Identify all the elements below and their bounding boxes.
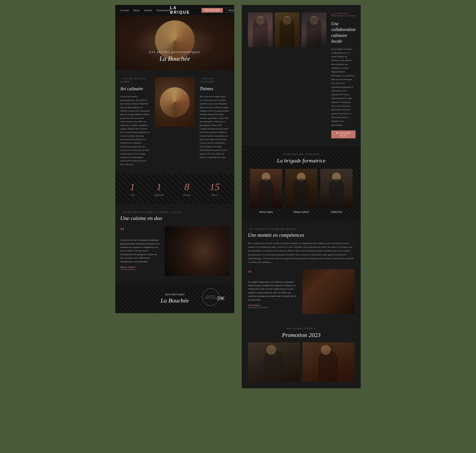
stat-chef-label: Chef — [130, 194, 135, 196]
nav-menu[interactable]: Menu — [133, 9, 140, 12]
quote-mark-icon: " — [120, 226, 160, 236]
stat-chef: 1 Chef — [130, 181, 135, 196]
nav-hotel[interactable]: Hôtel — [226, 8, 236, 13]
themes-column: · Concept culinaire · Thèmes Bien plus q… — [200, 77, 229, 166]
hero-section: Les soirées gastronomiques La Bouchée — [115, 15, 234, 70]
collab-image-2 — [275, 12, 299, 47]
nav-soirees[interactable]: Soirées — [144, 9, 152, 12]
collab-image-1 — [248, 12, 273, 47]
collab-image-3 — [301, 12, 326, 47]
themes-heading: Thèmes — [200, 85, 229, 92]
montee-section: · Le talent culinaire de demain · Une mo… — [242, 221, 361, 321]
stat-apprentis: 1 Apprentis — [154, 181, 164, 196]
hero-text-block: Les soirées gastronomiques La Bouchée — [115, 50, 234, 62]
navbar: Accueil Menu Soirées Formation ▾ LA BRIQ… — [115, 5, 234, 15]
savoir-plus-button[interactable]: EN SAVOIR PLUS — [331, 130, 356, 138]
brigade-tag: · Votre brigade étudiante · — [248, 153, 355, 155]
brigade-name-3: Sophia Fitz — [320, 211, 353, 213]
duo-image-overlay — [165, 226, 229, 276]
stat-soirees-number: 8 — [183, 181, 190, 193]
brigade-name-2: Marius Lantieri — [285, 211, 317, 213]
montee-body: Nous sommes fiers de jouer un rôle actif… — [248, 242, 355, 264]
event-section: mercredi 6 mars La Bouchée AU DESSERT / … — [115, 283, 234, 313]
montee-heading: Une montée en compétences — [248, 232, 355, 238]
nav-formation[interactable]: Formation ▾ — [156, 9, 170, 12]
left-panel: Accueil Menu Soirées Formation ▾ LA BRIQ… — [115, 5, 234, 313]
nav-accueil[interactable]: Accueil — [120, 9, 129, 12]
duo-section: · Jeune talent et chef au coude à coude … — [115, 204, 234, 283]
stat-chef-number: 1 — [130, 181, 135, 193]
themes-body: Bien plus qu'un simple repas, nos soirée… — [200, 95, 229, 159]
brigade-photo-3 — [320, 169, 353, 209]
brigade-card-3: Sophia Fitz — [320, 169, 353, 213]
themes-tag: · Concept culinaire · — [200, 77, 229, 84]
brigade-photos: Alexis Santos Marius Lantieri — [248, 169, 355, 213]
promo-heading: Promotion 2023 — [248, 332, 355, 338]
brigade-card-1: Alexis Santos — [250, 169, 282, 213]
brigade-photo-2 — [285, 169, 317, 209]
event-name: La Bouchée — [161, 297, 189, 304]
stat-apprentis-label: Apprentis — [154, 194, 164, 196]
duo-image — [165, 226, 229, 276]
brigade-name-1: Alexis Santos — [250, 211, 282, 213]
duo-heading: Une cuisine en duo — [120, 215, 229, 221]
stats-section: 1 Chef 1 Apprentis 8 Soirées 15 Places — [115, 174, 234, 204]
promo-photo-1 — [248, 342, 300, 382]
art-body: Lors de nos soirées gastronomiques, chef… — [120, 95, 150, 166]
montee-quote-author: Abel Moderi — [248, 304, 298, 306]
art-themes-section: · Cuisine haut de gamme · Art culinaire … — [115, 70, 234, 174]
event-price: 59€ — [217, 296, 224, 301]
brigade-photo-1 — [250, 169, 282, 209]
duo-quote-text: Je suis fier de voir les étudiants s'imp… — [120, 238, 160, 263]
montee-quote-box: " Je souligne l'importance et la valeur … — [248, 269, 298, 314]
collab-heading: Une collaboration culinaire locale — [331, 21, 356, 44]
food-circle — [160, 87, 190, 117]
food-image — [155, 77, 195, 127]
montee-quote-mark-icon: " — [248, 269, 298, 278]
stat-soirees-label: Soirées — [183, 194, 190, 196]
collab-text-block: · Lycée Hôtelier Hospitality et Tourisme… — [331, 12, 356, 138]
brigade-heading: La brigade formatrice — [248, 157, 355, 164]
montee-tag: · Le talent culinaire de demain · — [248, 228, 355, 230]
montee-content: " Je souligne l'importance et la valeur … — [248, 269, 355, 314]
event-date: mercredi 6 mars — [161, 293, 189, 296]
hero-title: La Bouchée — [115, 55, 234, 62]
collab-body: En travaillant en étroite collaboration … — [331, 47, 356, 127]
duo-quote-author: Marius Lantieri — [120, 266, 160, 268]
reserver-button[interactable]: RÉSERVER — [202, 8, 223, 13]
art-tag: · Cuisine haut de gamme · — [120, 77, 150, 84]
stat-places-label: Places — [210, 194, 220, 196]
nav-logo: LA BRIQUE — [170, 6, 190, 15]
hero-subtitle: Les soirées gastronomiques — [115, 50, 234, 54]
collab-images — [248, 12, 326, 138]
stat-soirees: 8 Soirées — [183, 181, 190, 196]
promotion-section: · Nos jeunes talents · Promotion 2023 — [242, 321, 361, 388]
promo-tag: · Nos jeunes talents · — [248, 328, 355, 330]
montee-quote-role: Intervenant CAP Cuisine — [248, 306, 298, 309]
brigade-card-2: Marius Lantieri — [285, 169, 317, 213]
right-panel: · Lycée Hôtelier Hospitality et Tourisme… — [242, 5, 361, 388]
collab-tag: · Lycée Hôtelier Hospitality et Tourisme… — [331, 12, 356, 19]
brigade-section: · Votre brigade étudiante · La brigade f… — [242, 146, 361, 221]
nav-right: Contact RÉSERVER Hôtel — [190, 8, 237, 13]
stat-places-number: 15 — [210, 181, 220, 193]
collab-section: · Lycée Hôtelier Hospitality et Tourisme… — [242, 5, 361, 146]
stat-apprentis-number: 1 — [154, 181, 164, 193]
duo-tag: · Jeune talent et chef au coude à coude … — [120, 211, 229, 213]
duo-quote-box: " Je suis fier de voir les étudiants s'i… — [120, 226, 160, 276]
art-heading: Art culinaire — [120, 85, 150, 92]
montee-image — [302, 269, 355, 314]
promo-photos — [248, 342, 355, 382]
duo-content: " Je suis fier de voir les étudiants s'i… — [120, 226, 229, 276]
duo-quote-role: Chef du restaurant... — [120, 268, 160, 271]
promo-photo-2 — [302, 342, 355, 382]
nav-contact[interactable]: Contact — [190, 9, 198, 12]
stat-places: 15 Places — [210, 181, 220, 196]
nav-links: Accueil Menu Soirées Formation ▾ — [120, 9, 170, 12]
art-column: · Cuisine haut de gamme · Art culinaire … — [120, 77, 150, 166]
event-text-block: mercredi 6 mars La Bouchée — [161, 293, 189, 304]
montee-quote-text: Je souligne l'importance et la valeur de… — [248, 280, 298, 302]
